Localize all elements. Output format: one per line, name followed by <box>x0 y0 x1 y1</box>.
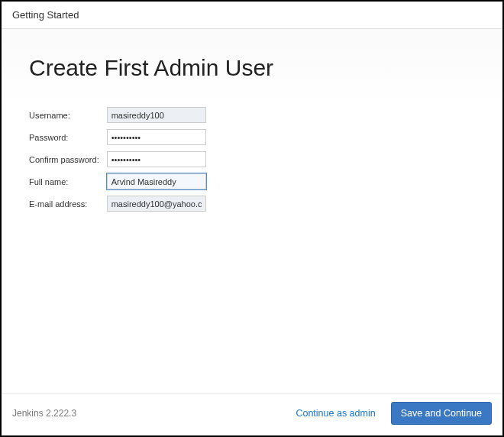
row-password: Password: <box>29 128 206 147</box>
label-password: Password: <box>29 128 107 147</box>
row-username: Username: <box>29 105 206 125</box>
row-email: E-mail address: <box>29 194 206 213</box>
label-email: E-mail address: <box>29 194 107 213</box>
row-fullname: Full name: <box>29 172 206 191</box>
continue-as-admin-button[interactable]: Continue as admin <box>292 403 378 423</box>
footer-actions: Continue as admin Save and Continue <box>292 402 492 425</box>
email-field[interactable] <box>107 196 206 212</box>
admin-user-form: Username: Password: Confirm password: Fu… <box>29 102 206 216</box>
wizard-title: Getting Started <box>12 9 79 21</box>
label-confirm-password: Confirm password: <box>29 150 107 169</box>
save-and-continue-button[interactable]: Save and Continue <box>391 402 492 425</box>
wizard-footer: Jenkins 2.222.3 Continue as admin Save a… <box>2 393 502 435</box>
username-field[interactable] <box>107 107 206 123</box>
fullname-field[interactable] <box>107 173 206 189</box>
label-fullname: Full name: <box>29 172 107 191</box>
confirm-password-field[interactable] <box>107 151 206 167</box>
label-username: Username: <box>29 105 107 125</box>
jenkins-version: Jenkins 2.222.3 <box>12 408 76 419</box>
row-confirm-password: Confirm password: <box>29 150 206 169</box>
page-title: Create First Admin User <box>29 55 475 81</box>
wizard-header: Getting Started <box>2 2 502 28</box>
password-field[interactable] <box>107 129 206 145</box>
wizard-content: Create First Admin User Username: Passwo… <box>2 29 502 393</box>
